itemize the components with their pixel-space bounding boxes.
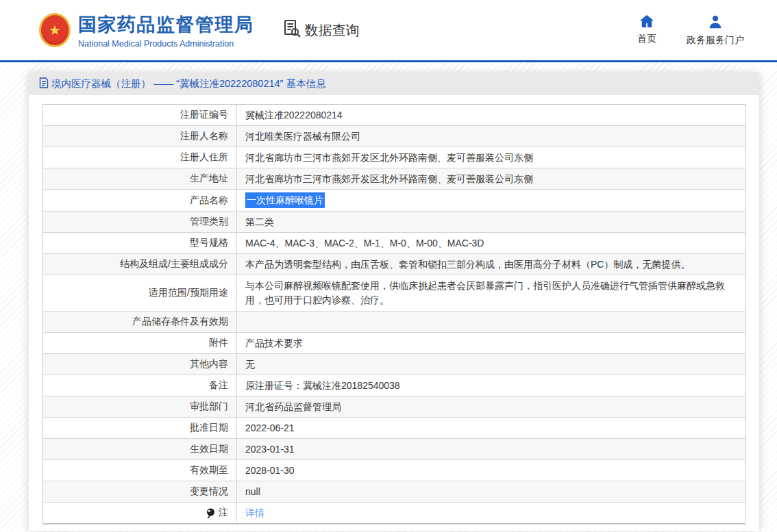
row-value: [237, 312, 745, 332]
home-icon: [639, 14, 654, 30]
national-emblem-icon: ★: [39, 13, 71, 47]
doc-search-icon: [283, 19, 301, 41]
table-row: 产品名称 一次性麻醉喉镜片: [43, 189, 745, 211]
row-label: 生效日期: [43, 439, 237, 459]
nav-home[interactable]: 首页: [637, 14, 656, 47]
table-row: 注册证编号 冀械注准20222080214: [43, 105, 745, 125]
row-value: 本产品为透明套型结构，由压舌板、套管和锁扣三部分构成，由医用高分子材料（PC）制…: [237, 254, 745, 275]
row-label: 有效期至: [43, 460, 237, 481]
logo-group: ★ 国家药品监督管理局 National Medical Products Ad…: [39, 12, 254, 49]
bulb-icon: [206, 508, 215, 518]
page-background: 境内医疗器械（注册） —— “冀械注准20222080214” 基本信息 注册证…: [0, 62, 777, 532]
row-value: 2023-01-31: [237, 439, 745, 459]
row-value: null: [237, 481, 745, 502]
table-row: 变更情况 null: [43, 481, 745, 502]
table-row: 管理类别 第二类: [43, 211, 745, 232]
row-label: 注: [43, 503, 237, 523]
row-label: 审批部门: [43, 396, 237, 417]
org-name-zh: 国家药品监督管理局: [78, 12, 254, 37]
document-icon: [39, 77, 49, 90]
row-label: 附件: [43, 333, 237, 353]
row-value: 河北唯美医疗器械有限公司: [237, 126, 745, 147]
table-row: 附件 产品技术要求: [43, 332, 745, 353]
row-label: 适用范围/预期用途: [43, 275, 237, 311]
row-label: 批准日期: [43, 418, 237, 438]
row-value: 原注册证号：冀械注准20182540038: [237, 375, 745, 396]
nav-data-query[interactable]: 数据查询: [283, 19, 360, 41]
table-row: 注 详情: [43, 502, 745, 523]
row-value: 详情: [237, 503, 745, 523]
table-row: 批准日期 2022-06-21: [43, 417, 745, 438]
breadcrumb: 境内医疗器械（注册） —— “冀械注准20222080214” 基本信息: [29, 72, 759, 95]
row-label: 型号规格: [43, 233, 237, 253]
table-row: 备注 原注册证号：冀械注准20182540038: [43, 375, 745, 396]
details-link[interactable]: 详情: [245, 506, 264, 520]
row-label: 产品储存条件及有效期: [43, 312, 237, 332]
breadcrumb-text: 境内医疗器械（注册） —— “冀械注准20222080214” 基本信息: [51, 77, 325, 90]
row-label: 注册证编号: [43, 105, 237, 125]
row-value: 一次性麻醉喉镜片: [237, 190, 745, 211]
row-value: 冀械注准20222080214: [237, 105, 745, 125]
row-label: 注册人住所: [43, 147, 237, 168]
row-label: 产品名称: [43, 190, 237, 211]
nav-home-label: 首页: [637, 33, 656, 45]
table-row: 结构及组成/主要组成成分 本产品为透明套型结构，由压舌板、套管和锁扣三部分构成，…: [43, 253, 745, 275]
nav-portal-label: 政务服务门户: [687, 34, 744, 47]
row-value: 2022-06-21: [237, 418, 745, 438]
header: ★ 国家药品监督管理局 National Medical Products Ad…: [0, 0, 777, 60]
table-row: 审批部门 河北省药品监督管理局: [43, 396, 745, 417]
person-icon: [708, 14, 723, 31]
row-value: 河北省药品监督管理局: [237, 396, 745, 417]
table-row: 适用范围/预期用途 与本公司麻醉视频喉镜配套使用，供临床挑起患者会厌部暴露声门，…: [43, 275, 745, 311]
table-row: 其他内容 无: [43, 353, 745, 375]
nav-portal[interactable]: 政务服务门户: [687, 14, 744, 47]
row-value: 河北省廊坊市三河市燕郊开发区北外环路南侧、麦可善服装公司东侧: [237, 147, 745, 168]
row-value: MAC-4、MAC-3、MAC-2、M-1、M-0、M-00、MAC-3D: [237, 233, 745, 253]
row-label: 管理类别: [43, 212, 237, 232]
nav-data-query-label: 数据查询: [305, 21, 360, 40]
row-label: 其他内容: [43, 354, 237, 375]
table-row: 注册人名称 河北唯美医疗器械有限公司: [43, 125, 745, 147]
row-label: 变更情况: [43, 481, 237, 502]
org-names: 国家药品监督管理局 National Medical Products Admi…: [78, 12, 254, 49]
row-value: 第二类: [237, 212, 745, 232]
row-label: 生产地址: [43, 168, 237, 189]
row-value: 2028-01-30: [237, 460, 745, 481]
row-value: 河北省廊坊市三河市燕郊开发区北外环路南侧、麦可善服装公司东侧: [237, 168, 745, 189]
row-value: 无: [237, 354, 745, 375]
registration-info-table: 注册证编号 冀械注准20222080214 注册人名称 河北唯美医疗器械有限公司…: [42, 104, 745, 524]
table-row: 产品储存条件及有效期: [43, 311, 745, 332]
table-row: 注册人住所 河北省廊坊市三河市燕郊开发区北外环路南侧、麦可善服装公司东侧: [43, 147, 745, 168]
note-label: 注: [219, 507, 228, 519]
row-value: 与本公司麻醉视频喉镜配套使用，供临床挑起患者会厌部暴露声门，指引医护人员准确进行…: [237, 275, 745, 311]
row-label: 结构及组成/主要组成成分: [43, 254, 237, 275]
row-value: 产品技术要求: [237, 333, 745, 353]
content-panel: 境内医疗器械（注册） —— “冀械注准20222080214” 基本信息 注册证…: [29, 72, 759, 531]
table-row: 有效期至 2028-01-30: [43, 459, 745, 481]
table-row: 型号规格 MAC-4、MAC-3、MAC-2、M-1、M-0、M-00、MAC-…: [43, 232, 745, 253]
row-label: 注册人名称: [43, 126, 237, 147]
table-row: 生效日期 2023-01-31: [43, 438, 745, 459]
org-name-en: National Medical Products Administration: [78, 39, 254, 49]
product-name-selected-text: 一次性麻醉喉镜片: [245, 192, 325, 208]
right-nav: 首页 政务服务门户: [637, 14, 744, 47]
table-row: 生产地址 河北省廊坊市三河市燕郊开发区北外环路南侧、麦可善服装公司东侧: [43, 168, 745, 189]
row-label: 备注: [43, 375, 237, 396]
